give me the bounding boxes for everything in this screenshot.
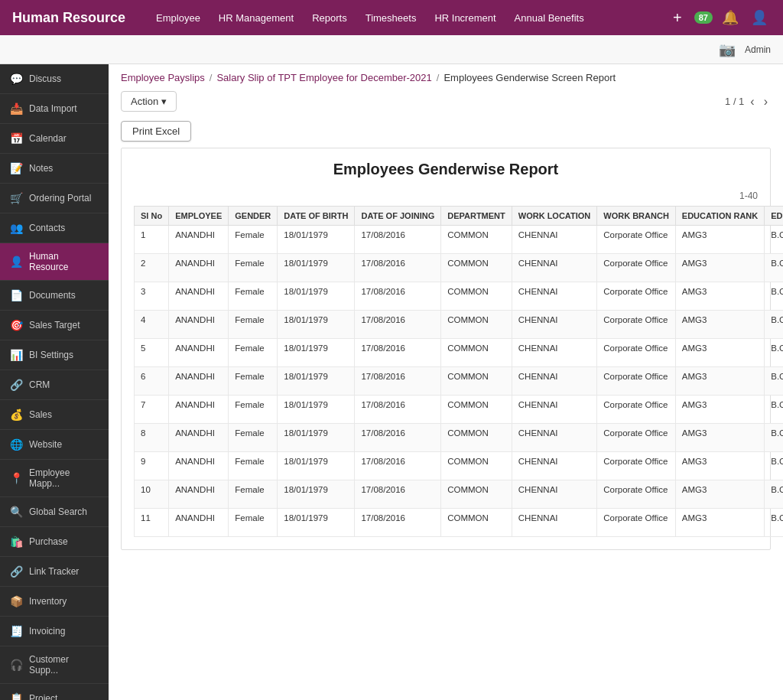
- cell-edu_exp: B.COM, MBA-HR: [765, 509, 783, 537]
- sidebar-item-human-resource[interactable]: 👤Human Resource: [0, 243, 109, 281]
- cell-sl_no: 5: [135, 339, 169, 367]
- sidebar-item-website[interactable]: 🌐Website: [0, 430, 109, 460]
- top-nav-right: + 87 🔔 👤: [667, 6, 771, 30]
- sidebar-item-ordering-portal[interactable]: 🛒Ordering Portal: [0, 184, 109, 213]
- cell-dob: 18/01/1979: [278, 339, 355, 367]
- cell-sl_no: 4: [135, 311, 169, 339]
- cell-dob: 18/01/1979: [278, 509, 355, 537]
- cell-rank: AMG3: [675, 424, 764, 452]
- sidebar-item-data-import[interactable]: 📥Data Import: [0, 94, 109, 124]
- sidebar-item-link-tracker[interactable]: 🔗Link Tracker: [0, 557, 109, 587]
- cell-branch: Corporate Office: [597, 452, 676, 480]
- cell-gender: Female: [229, 311, 278, 339]
- table-row: 8ANANDHIFemale18/01/197917/08/2016COMMON…: [135, 424, 784, 452]
- cell-employee: ANANDHI: [169, 396, 229, 424]
- cell-branch: Corporate Office: [597, 254, 676, 282]
- cell-department: COMMON: [441, 424, 512, 452]
- cell-employee: ANANDHI: [169, 424, 229, 452]
- sidebar-label-data-import: Data Import: [29, 103, 77, 114]
- sidebar-item-crm[interactable]: 🔗CRM: [0, 370, 109, 400]
- add-menu-button[interactable]: +: [667, 6, 688, 30]
- cell-location: CHENNAI: [512, 282, 597, 311]
- breadcrumb-current: Employees Genderwise Screen Report: [443, 72, 616, 83]
- sidebar-item-notes[interactable]: 📝Notes: [0, 154, 109, 184]
- top-nav-item-timesheets[interactable]: Timesheets: [358, 8, 424, 28]
- sidebar-icon-inventory: 📦: [9, 594, 23, 608]
- cell-rank: AMG3: [675, 396, 764, 424]
- sidebar-label-ordering-portal: Ordering Portal: [29, 193, 91, 203]
- cell-location: CHENNAI: [512, 424, 597, 452]
- sidebar-label-crm: CRM: [29, 379, 50, 390]
- print-excel-button[interactable]: Print Excel: [121, 121, 191, 142]
- sidebar-label-contacts: Contacts: [29, 223, 65, 233]
- cell-edu_exp: B.COM, MBA-HR: [765, 226, 783, 254]
- sidebar-item-purchase[interactable]: 🛍️Purchase: [0, 527, 109, 557]
- sidebar-icon-crm: 🔗: [9, 378, 23, 392]
- action-label: Action: [131, 96, 158, 107]
- cell-employee: ANANDHI: [169, 226, 229, 254]
- breadcrumb-link-1[interactable]: Employee Payslips: [121, 72, 205, 83]
- cell-gender: Female: [229, 452, 278, 480]
- main-layout: 💬Discuss📥Data Import📅Calendar📝Notes🛒Orde…: [0, 64, 783, 700]
- sidebar-label-purchase: Purchase: [29, 536, 68, 547]
- sidebar-icon-data-import: 📥: [9, 102, 23, 116]
- sidebar-label-invoicing: Invoicing: [29, 626, 65, 637]
- table-row: 9ANANDHIFemale18/01/197917/08/2016COMMON…: [135, 452, 784, 480]
- top-nav-item-hr-increment[interactable]: HR Increment: [427, 8, 503, 28]
- top-nav-item-reports[interactable]: Reports: [304, 8, 355, 28]
- top-nav-item-hr-management[interactable]: HR Management: [211, 8, 301, 28]
- cell-edu_exp: B.COM, MBA-HR: [765, 282, 783, 311]
- table-row: 5ANANDHIFemale18/01/197917/08/2016COMMON…: [135, 339, 784, 367]
- sidebar-item-bi-settings[interactable]: 📊BI Settings: [0, 340, 109, 370]
- cell-rank: AMG3: [675, 282, 764, 311]
- table-row: 6ANANDHIFemale18/01/197917/08/2016COMMON…: [135, 367, 784, 396]
- cell-rank: AMG3: [675, 509, 764, 537]
- bell-icon[interactable]: 🔔: [719, 6, 742, 29]
- cell-gender: Female: [229, 424, 278, 452]
- col-header-edu_exp: EDUCATION EXPERIENCE: [765, 207, 783, 226]
- user-name: Admin: [745, 44, 771, 55]
- top-nav-item-annual-benefits[interactable]: Annual Benefits: [507, 8, 592, 28]
- cell-branch: Corporate Office: [597, 509, 676, 537]
- cell-sl_no: 7: [135, 396, 169, 424]
- cell-doj: 17/08/2016: [355, 367, 441, 396]
- table-row: 2ANANDHIFemale18/01/197917/08/2016COMMON…: [135, 254, 784, 282]
- sidebar-item-documents[interactable]: 📄Documents: [0, 281, 109, 311]
- cell-doj: 17/08/2016: [355, 282, 441, 311]
- sidebar-item-customer-supp-[interactable]: 🎧Customer Supp...: [0, 646, 109, 684]
- cell-department: COMMON: [441, 480, 512, 509]
- breadcrumb-link-2[interactable]: Salary Slip of TPT Employee for December…: [216, 72, 431, 83]
- top-nav-item-employee[interactable]: Employee: [148, 8, 208, 28]
- report-inner: Employees Genderwise Report 1-40 Sl NoEM…: [121, 148, 771, 550]
- cell-department: COMMON: [441, 226, 512, 254]
- pagination-prev-button[interactable]: ‹: [747, 93, 757, 110]
- cell-branch: Corporate Office: [597, 311, 676, 339]
- sidebar-item-global-search[interactable]: 🔍Global Search: [0, 497, 109, 527]
- cell-location: CHENNAI: [512, 226, 597, 254]
- sidebar-item-calendar[interactable]: 📅Calendar: [0, 124, 109, 154]
- pagination-next-button[interactable]: ›: [761, 93, 771, 110]
- sidebar-label-documents: Documents: [29, 290, 76, 301]
- sidebar-item-employee-mapp-[interactable]: 📍Employee Mapp...: [0, 460, 109, 497]
- sidebar-item-sales[interactable]: 💰Sales: [0, 400, 109, 430]
- cell-gender: Female: [229, 339, 278, 367]
- sidebar-item-discuss[interactable]: 💬Discuss: [0, 64, 109, 94]
- table-row: 11ANANDHIFemale18/01/197917/08/2016COMMO…: [135, 509, 784, 537]
- cell-rank: AMG3: [675, 452, 764, 480]
- sidebar-item-inventory[interactable]: 📦Inventory: [0, 587, 109, 617]
- user-icon[interactable]: 👤: [748, 6, 771, 29]
- action-button[interactable]: Action ▾: [121, 91, 177, 112]
- cell-sl_no: 9: [135, 452, 169, 480]
- content-area: Employee Payslips / Salary Slip of TPT E…: [109, 64, 783, 700]
- cell-dob: 18/01/1979: [278, 424, 355, 452]
- sidebar-label-discuss: Discuss: [29, 73, 61, 84]
- camera-icon[interactable]: 📷: [716, 38, 739, 61]
- sidebar-item-sales-target[interactable]: 🎯Sales Target: [0, 311, 109, 340]
- toolbar: Action ▾ 1 / 1 ‹ ›: [109, 88, 783, 118]
- cell-employee: ANANDHI: [169, 311, 229, 339]
- cell-edu_exp: B.COM, MBA-HR: [765, 480, 783, 509]
- notification-badge: 87: [694, 11, 713, 24]
- sidebar-item-invoicing[interactable]: 🧾Invoicing: [0, 617, 109, 646]
- sidebar-item-project[interactable]: 📋Project: [0, 684, 109, 700]
- sidebar-item-contacts[interactable]: 👥Contacts: [0, 213, 109, 243]
